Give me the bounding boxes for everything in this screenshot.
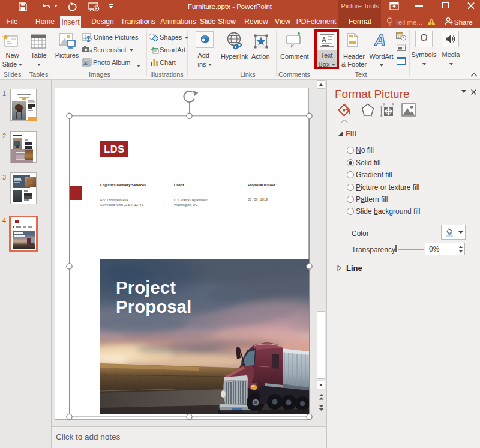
svg-text:A: A <box>374 32 386 49</box>
